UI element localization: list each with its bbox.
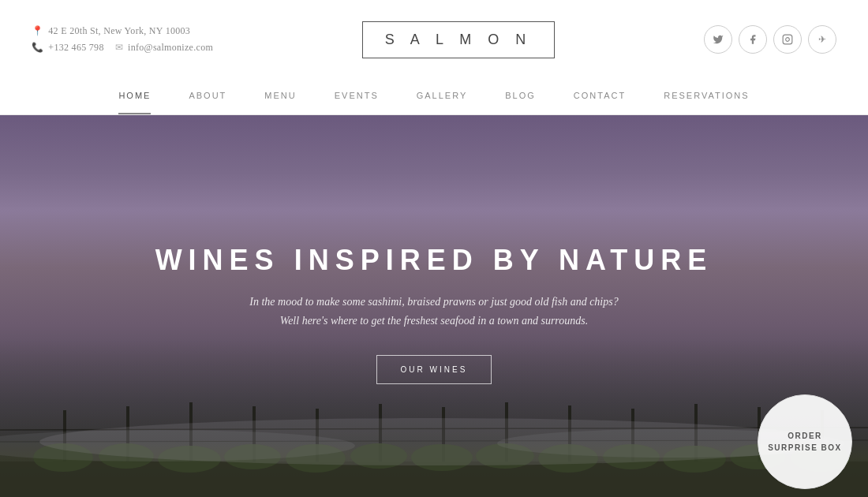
logo-text: S A L M O N	[385, 32, 532, 47]
phone-email-row: 📞 +132 465 798 ✉ info@salmonize.com	[32, 42, 213, 54]
instagram-icon[interactable]	[773, 25, 802, 54]
order-box-text: ORDER SURPRISE BOX	[768, 430, 842, 454]
facebook-icon[interactable]	[739, 25, 767, 54]
hero-subtitle-line2: Well here's where to get the freshest se…	[280, 315, 588, 327]
navigation: HOME ABOUT MENU EVENTS GALLERY BLOG CONT…	[0, 79, 868, 115]
svg-rect-0	[783, 35, 792, 44]
contact-info: 📍 42 E 20th St, New York, NY 10003 📞 +13…	[32, 25, 213, 54]
our-wines-button[interactable]: OUR WINES	[376, 355, 492, 384]
hero-subtitle-line1: In the mood to make some sashimi, braise…	[249, 296, 618, 308]
hero-content: WINES INSPIRED BY NATURE In the mood to …	[155, 228, 713, 385]
phone-text: +132 465 798	[48, 42, 103, 54]
address-text: 42 E 20th St, New York, NY 10003	[48, 25, 190, 37]
hero-title: WINES INSPIRED BY NATURE	[155, 244, 713, 277]
hero-subtitle: In the mood to make some sashimi, braise…	[155, 293, 713, 331]
nav-reservations[interactable]: RESERVATIONS	[664, 91, 749, 103]
address-row: 📍 42 E 20th St, New York, NY 10003	[32, 25, 213, 37]
nav-blog[interactable]: BLOG	[505, 91, 536, 103]
email-text: info@salmonize.com	[128, 42, 213, 54]
phone-icon: 📞	[32, 42, 43, 54]
nav-gallery[interactable]: GALLERY	[417, 91, 468, 103]
nav-home[interactable]: HOME	[118, 91, 151, 103]
nav-menu[interactable]: MENU	[264, 91, 296, 103]
nav-contact[interactable]: CONTACT	[574, 91, 626, 103]
twitter-icon[interactable]	[704, 25, 732, 54]
top-bar: 📍 42 E 20th St, New York, NY 10003 📞 +13…	[0, 0, 868, 79]
tripadvisor-icon[interactable]: ✈	[808, 25, 836, 54]
nav-events[interactable]: EVENTS	[335, 91, 379, 103]
nav-about[interactable]: ABOUT	[189, 91, 226, 103]
location-icon: 📍	[32, 25, 43, 37]
email-icon: ✉	[115, 42, 123, 54]
hero-section: WINES INSPIRED BY NATURE In the mood to …	[0, 115, 868, 497]
social-icons: ✈	[704, 25, 836, 54]
logo[interactable]: S A L M O N	[362, 21, 555, 58]
order-surprise-box[interactable]: ORDER SURPRISE BOX	[758, 394, 852, 489]
